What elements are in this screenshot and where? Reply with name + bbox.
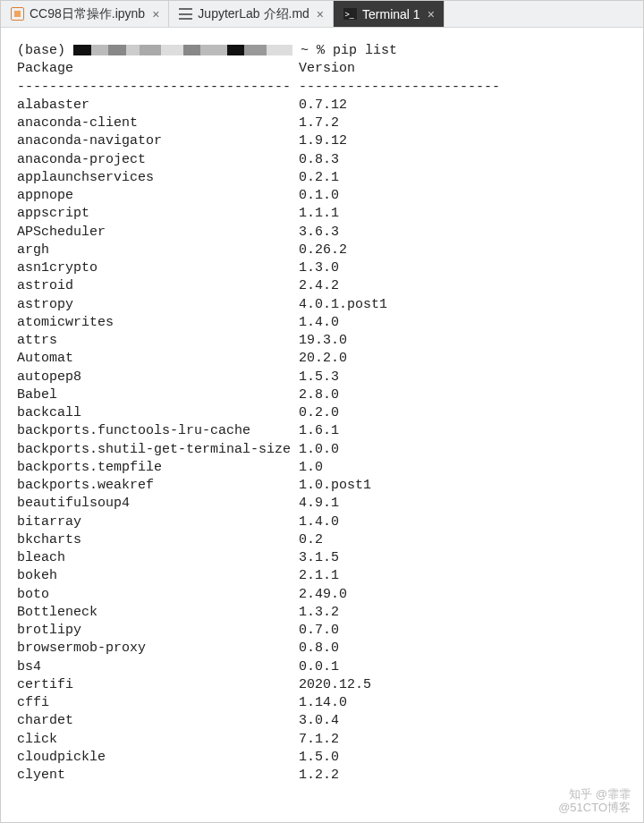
pip-row: backports.weakref 1.0.post1 [17,477,631,495]
pip-row: anaconda-client 1.7.2 [17,115,631,132]
prompt-line: (base) ~ % pip list [17,42,631,60]
pip-row: bleach 3.1.5 [17,549,631,567]
command-text: pip list [333,43,397,58]
pip-row: backports.functools-lru-cache 1.6.1 [17,422,631,440]
tab-1[interactable]: JupyterLab 介绍.md× [169,1,334,27]
pip-row: browsermob-proxy 0.8.0 [17,640,631,658]
pip-row: backcall 0.2.0 [17,404,631,422]
tab-label: CC98日常操作.ipynb [30,6,145,22]
pip-row: clyent 1.2.2 [17,767,631,785]
redacted-host [73,45,292,55]
pip-row: atomicwrites 1.4.0 [17,314,631,332]
prompt-symbol: ~ % [292,43,333,58]
pip-row: backports.tempfile 1.0 [17,459,631,477]
tab-label: JupyterLab 介绍.md [198,6,309,22]
pip-row: astroid 2.4.2 [17,277,631,295]
pip-row: alabaster 0.7.12 [17,97,631,115]
pip-row: astropy 4.0.1.post1 [17,296,631,314]
pip-row: bokeh 2.1.1 [17,567,631,585]
close-icon[interactable]: × [315,7,326,21]
pip-row: attrs 19.3.0 [17,332,631,350]
pip-row: certifi 2020.12.5 [17,676,631,694]
close-icon[interactable]: × [426,7,436,21]
pip-row: beautifulsoup4 4.9.1 [17,495,631,513]
terminal-icon: >_ [343,7,357,21]
pip-row: click 7.1.2 [17,731,631,749]
markdown-icon [178,7,192,21]
pip-row: APScheduler 3.6.3 [17,224,631,242]
pip-row: argh 0.26.2 [17,242,631,259]
tab-label: Terminal 1 [362,7,420,21]
prompt-env: (base) [17,43,73,58]
pip-row: Automat 20.2.0 [17,350,631,368]
pip-row: cffi 1.14.0 [17,694,631,712]
pip-row: bkcharts 0.2 [17,531,631,549]
pip-row: chardet 3.0.4 [17,712,631,730]
pip-row: brotlipy 0.7.0 [17,622,631,640]
tab-bar: CC98日常操作.ipynb×JupyterLab 介绍.md×>_Termin… [1,1,643,28]
pip-header: Package Version [17,60,631,78]
pip-row: anaconda-navigator 1.9.12 [17,132,631,150]
pip-separator: ---------------------------------- -----… [17,79,631,97]
pip-row: autopep8 1.5.3 [17,369,631,386]
pip-row: bs4 0.0.1 [17,658,631,676]
pip-row: asn1crypto 1.3.0 [17,259,631,277]
pip-row: anaconda-project 0.8.3 [17,151,631,169]
terminal-output[interactable]: (base) ~ % pip listPackage Version------… [1,28,643,822]
pip-row: appnope 0.1.0 [17,187,631,205]
pip-row: bitarray 1.4.0 [17,513,631,531]
pip-row: Bottleneck 1.3.2 [17,604,631,622]
pip-row: cloudpickle 1.5.0 [17,749,631,767]
terminal-panel: (base) ~ % pip listPackage Version------… [1,28,643,822]
pip-row: boto 2.49.0 [17,586,631,604]
pip-row: appscript 1.1.1 [17,205,631,223]
pip-row: Babel 2.8.0 [17,386,631,404]
tab-0[interactable]: CC98日常操作.ipynb× [1,1,169,27]
tab-2[interactable]: >_Terminal 1× [334,1,445,27]
pip-row: applaunchservices 0.2.1 [17,169,631,187]
notebook-icon [10,7,24,21]
close-icon[interactable]: × [150,7,161,21]
pip-row: backports.shutil-get-terminal-size 1.0.0 [17,441,631,459]
